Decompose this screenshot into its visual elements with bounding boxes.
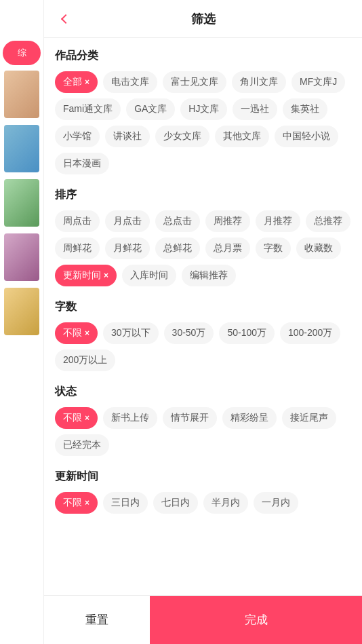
tag-quanbu[interactable]: 全部 ×: [55, 71, 98, 93]
tag-jiyingshe[interactable]: 集英社: [283, 98, 327, 120]
close-icon: ×: [85, 498, 89, 508]
panel-footer: 重置 完成: [44, 595, 362, 644]
tag-zhou-flower[interactable]: 周鲜花: [55, 238, 100, 259]
tag-wordcount-30w[interactable]: 30万以下: [103, 322, 159, 344]
section-wordcount-title: 字数: [55, 300, 351, 314]
tag-status-plot[interactable]: 情节展开: [163, 407, 217, 429]
tag-famiwenku[interactable]: Fami通文库: [55, 98, 121, 120]
close-icon: ×: [104, 271, 108, 280]
tag-hjwenku[interactable]: HJ文库: [180, 98, 227, 120]
tag-status-exciting[interactable]: 精彩纷呈: [222, 407, 277, 429]
tag-yue-flower[interactable]: 月鲜花: [105, 238, 150, 259]
tag-wordcount-100-200w[interactable]: 100-200万: [280, 322, 340, 344]
tag-wordcount-200w[interactable]: 200万以上: [55, 349, 115, 371]
tag-jiangtangshe[interactable]: 讲谈社: [105, 126, 150, 147]
tag-zong-click[interactable]: 总点击: [155, 210, 200, 232]
tag-update-7days[interactable]: 七日内: [153, 492, 198, 514]
sidebar-book-4: [4, 233, 39, 281]
reset-button[interactable]: 重置: [44, 596, 150, 645]
tag-update-time[interactable]: 更新时间 ×: [55, 265, 117, 286]
tag-wordcount-unlimited[interactable]: 不限 ×: [55, 322, 98, 344]
section-sort: 排序 周点击 月点击 总点击 周推荐 月推荐 总推荐 周鲜花 月鲜花 总鲜花 总…: [55, 188, 351, 286]
wordcount-tags: 不限 × 30万以下 30-50万 50-100万 100-200万 200万以…: [55, 322, 351, 371]
tag-yue-click[interactable]: 月点击: [105, 210, 150, 232]
section-status: 状态 不限 × 新书上传 情节展开 精彩纷呈 接近尾声 已经完本: [55, 385, 351, 456]
tag-yixunshe[interactable]: 一迅社: [233, 98, 277, 120]
close-icon: ×: [85, 413, 89, 423]
close-icon: ×: [85, 328, 89, 338]
section-status-title: 状态: [55, 385, 351, 399]
tag-zishu[interactable]: 字数: [256, 238, 291, 259]
back-icon: [61, 14, 71, 23]
tag-status-ending[interactable]: 接近尾声: [282, 407, 336, 429]
section-category: 作品分类 全部 × 电击文库 富士见文库 角川文库 MF文库J Fami通文库 …: [55, 49, 351, 174]
tag-wordcount-30-50w[interactable]: 30-50万: [164, 322, 214, 344]
section-category-title: 作品分类: [55, 49, 351, 63]
tag-yue-recommend[interactable]: 月推荐: [256, 210, 300, 232]
panel-title: 筛选: [191, 11, 216, 27]
tag-zong-yuepiao[interactable]: 总月票: [205, 238, 250, 259]
category-tags: 全部 × 电击文库 富士见文库 角川文库 MF文库J Fami通文库 GA文库 …: [55, 71, 351, 174]
section-wordcount: 字数 不限 × 30万以下 30-50万 50-100万 100-200万 20…: [55, 300, 351, 371]
status-tags: 不限 × 新书上传 情节展开 精彩纷呈 接近尾声 已经完本: [55, 407, 351, 456]
tag-mfwenkuj[interactable]: MF文库J: [291, 71, 345, 93]
sort-tags: 周点击 月点击 总点击 周推荐 月推荐 总推荐 周鲜花 月鲜花 总鲜花 总月票 …: [55, 210, 351, 286]
tag-ruku-time[interactable]: 入库时间: [122, 265, 176, 286]
tag-qitawenku[interactable]: 其他文库: [215, 126, 269, 147]
section-update-time-title: 更新时间: [55, 470, 351, 484]
panel-header: 筛选: [44, 0, 362, 38]
tag-zhou-recommend[interactable]: 周推荐: [205, 210, 250, 232]
tag-update-halfmonth[interactable]: 半月内: [203, 492, 248, 514]
sidebar-book-3: [4, 179, 39, 227]
sidebar-book-2: [4, 125, 39, 172]
tag-gawenku[interactable]: GA文库: [126, 98, 175, 120]
tag-status-complete[interactable]: 已经完本: [55, 434, 109, 456]
tag-xiaoxueguan[interactable]: 小学馆: [55, 126, 100, 147]
tag-dianjiwenku[interactable]: 电击文库: [103, 71, 157, 93]
close-icon: ×: [85, 77, 89, 87]
confirm-button[interactable]: 完成: [150, 596, 362, 645]
tag-status-unlimited[interactable]: 不限 ×: [55, 407, 98, 429]
tag-status-new[interactable]: 新书上传: [103, 407, 157, 429]
tag-ribenmanhua[interactable]: 日本漫画: [55, 153, 109, 174]
tag-zong-recommend[interactable]: 总推荐: [306, 210, 350, 232]
section-update-time: 更新时间 不限 × 三日内 七日内 半月内 一月内: [55, 470, 351, 514]
tag-zong-flower[interactable]: 总鲜花: [155, 238, 200, 259]
tag-zhou-click[interactable]: 周点击: [55, 210, 100, 232]
tag-zhongguoqingxiaoshuo[interactable]: 中国轻小说: [275, 126, 338, 147]
back-button[interactable]: [55, 8, 77, 30]
tag-shoucang[interactable]: 收藏数: [296, 238, 341, 259]
tag-update-unlimited[interactable]: 不限 ×: [55, 492, 98, 514]
tag-shaonuwenku[interactable]: 少女文库: [155, 126, 209, 147]
section-sort-title: 排序: [55, 188, 351, 202]
panel-content: 作品分类 全部 × 电击文库 富士见文库 角川文库 MF文库J Fami通文库 …: [44, 38, 362, 595]
tag-update-3days[interactable]: 三日内: [103, 492, 148, 514]
update-time-tags: 不限 × 三日内 七日内 半月内 一月内: [55, 492, 351, 514]
tag-editor-recommend[interactable]: 编辑推荐: [182, 265, 236, 286]
filter-panel: 筛选 作品分类 全部 × 电击文库 富士见文库 角川文库 MF文库J Fami通…: [44, 0, 362, 644]
tag-update-1month[interactable]: 一月内: [254, 492, 298, 514]
sidebar-book-5: [4, 288, 39, 335]
tag-jiaochwenku[interactable]: 角川文库: [232, 71, 286, 93]
sidebar: 综: [0, 0, 44, 644]
sidebar-book-1: [4, 71, 39, 118]
tag-fujianwenku[interactable]: 富士见文库: [163, 71, 226, 93]
tag-wordcount-50-100w[interactable]: 50-100万: [219, 322, 275, 344]
sidebar-tab-zong[interactable]: 综: [3, 41, 41, 65]
